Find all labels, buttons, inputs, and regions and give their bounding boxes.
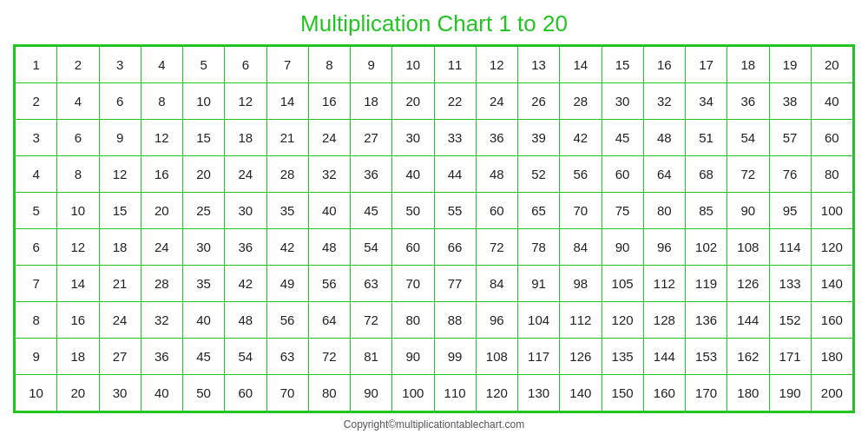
table-cell: 60 [225,375,266,411]
table-row: 8162432404856647280889610411212012813614… [16,302,853,339]
table-cell: 45 [602,120,643,156]
table-cell: 13 [518,47,560,83]
table-cell: 10 [57,193,99,229]
table-cell: 3 [99,47,141,83]
table-cell: 80 [811,156,852,193]
table-cell: 65 [518,193,560,229]
table-cell: 200 [811,375,852,411]
table-cell: 117 [518,339,560,375]
table-row: 5101520253035404550556065707580859095100 [16,193,853,229]
table-cell: 75 [602,193,643,229]
table-cell: 130 [518,375,560,411]
table-cell: 153 [686,339,727,375]
table-cell: 162 [727,339,769,375]
table-cell: 30 [183,229,225,266]
table-row: 6121824303642485460667278849096102108114… [16,229,853,266]
table-cell: 190 [769,375,811,411]
table-cell: 40 [811,83,852,120]
table-cell: 135 [602,339,643,375]
table-cell: 14 [266,83,308,120]
table-cell: 40 [183,302,225,339]
table-row: 9182736455463728190991081171261351441531… [16,339,853,375]
table-cell: 28 [560,83,602,120]
page-title: Multiplication Chart 1 to 20 [300,10,568,37]
table-cell: 9 [351,47,392,83]
table-cell: 76 [769,156,811,193]
table-cell: 72 [476,229,517,266]
table-cell: 114 [769,229,811,266]
table-cell: 126 [560,339,602,375]
table-cell: 4 [16,156,57,193]
table-cell: 15 [99,193,141,229]
table-cell: 10 [392,47,434,83]
table-cell: 48 [476,156,517,193]
table-cell: 144 [643,339,685,375]
table-cell: 136 [686,302,727,339]
table-cell: 30 [392,120,434,156]
table-cell: 90 [392,339,434,375]
table-cell: 171 [769,339,811,375]
table-cell: 12 [141,120,182,156]
table-cell: 38 [769,83,811,120]
table-cell: 120 [602,302,643,339]
table-cell: 180 [727,375,769,411]
table-cell: 34 [686,83,727,120]
table-cell: 152 [769,302,811,339]
table-cell: 18 [727,47,769,83]
table-cell: 133 [769,266,811,302]
table-cell: 2 [16,83,57,120]
table-cell: 50 [183,375,225,411]
table-cell: 7 [16,266,57,302]
table-cell: 80 [392,302,434,339]
table-cell: 1 [16,47,57,83]
table-cell: 51 [686,120,727,156]
table-cell: 18 [57,339,99,375]
table-cell: 24 [99,302,141,339]
table-cell: 54 [727,120,769,156]
table-cell: 6 [16,229,57,266]
table-cell: 88 [434,302,476,339]
table-cell: 10 [183,83,225,120]
table-cell: 22 [434,83,476,120]
table-cell: 180 [811,339,852,375]
table-cell: 9 [99,120,141,156]
table-cell: 63 [266,339,308,375]
table-cell: 78 [518,229,560,266]
table-cell: 35 [266,193,308,229]
table-cell: 32 [308,156,350,193]
table-cell: 60 [392,229,434,266]
table-cell: 63 [351,266,392,302]
table-cell: 36 [225,229,266,266]
table-cell: 44 [434,156,476,193]
table-cell: 72 [727,156,769,193]
table-cell: 5 [183,47,225,83]
table-cell: 84 [476,266,517,302]
table-cell: 56 [266,302,308,339]
table-cell: 6 [57,120,99,156]
table-cell: 72 [308,339,350,375]
table-cell: 32 [643,83,685,120]
table-cell: 128 [643,302,685,339]
table-cell: 6 [225,47,266,83]
table-cell: 42 [560,120,602,156]
table-cell: 56 [308,266,350,302]
table-cell: 66 [434,229,476,266]
table-cell: 16 [141,156,182,193]
table-cell: 16 [643,47,685,83]
table-cell: 108 [476,339,517,375]
table-cell: 24 [308,120,350,156]
table-cell: 84 [560,229,602,266]
table-cell: 30 [602,83,643,120]
table-cell: 160 [811,302,852,339]
table-cell: 90 [351,375,392,411]
multiplication-table-wrapper: 1234567891011121314151617181920246810121… [13,44,855,413]
table-cell: 24 [225,156,266,193]
table-cell: 19 [769,47,811,83]
table-cell: 2 [57,47,99,83]
table-cell: 3 [16,120,57,156]
table-cell: 100 [811,193,852,229]
table-cell: 33 [434,120,476,156]
table-cell: 99 [434,339,476,375]
table-cell: 12 [476,47,517,83]
table-row: 3691215182124273033363942454851545760 [16,120,853,156]
